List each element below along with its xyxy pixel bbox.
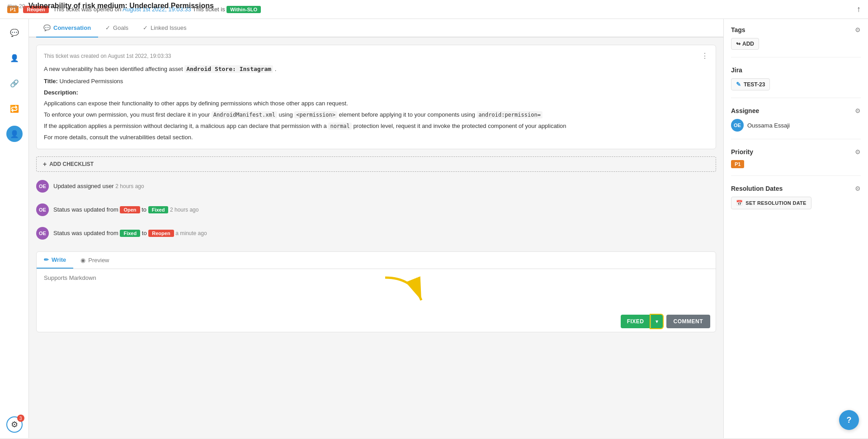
comment-tab-write[interactable]: ✏ Write (37, 252, 73, 269)
ticket-messages: This ticket was created on August 1st 20… (36, 45, 716, 431)
ticket-title: Vulnerability of risk medium: Undeclared… (28, 2, 214, 9)
activity-item-user: OE Updated assigned user 2 hours ago (36, 177, 716, 195)
resolution-dates-gear-icon[interactable]: ⚙ (855, 185, 861, 192)
tags-gear-icon[interactable]: ⚙ (855, 26, 861, 33)
status-to-fixed: Fixed (148, 206, 169, 213)
message-header: This ticket was created on August 1st 20… (44, 52, 708, 60)
jira-title: Jira (731, 66, 742, 74)
comment-tabs: ✏ Write ◉ Preview (37, 252, 716, 269)
message-body: A new vulnerability has been identified … (44, 65, 708, 142)
sidebar-icon-avatar-comment[interactable]: 👤 (6, 126, 23, 142)
fixed-button[interactable]: FIXED (621, 315, 651, 328)
priority-section: Priority ⚙ P1 (731, 148, 861, 176)
priority-gear-icon[interactable]: ⚙ (855, 148, 861, 156)
priority-header: Priority ⚙ (731, 148, 861, 156)
ticket-id: #ixa-20 Vulnerability of risk medium: Un… (7, 2, 214, 10)
activity-avatar-3: OE (36, 227, 49, 240)
top-header: P1 Reopen This ticket was opened on Augu… (0, 0, 868, 19)
main-layout: 💬 👤 🔗 🔁 👤 ⚙ 3 💬 Conversation ✓ Goals ✓ L… (0, 19, 868, 438)
resolution-dates-title: Resolution Dates (731, 185, 783, 192)
assignee-section: Assignee ⚙ OE Oussama Essaji (731, 107, 861, 139)
chat-icon: 💬 (43, 24, 51, 31)
badge-within-slo: Within-SLO (226, 6, 261, 13)
assignee-name: Oussama Essaji (747, 122, 790, 129)
help-button[interactable]: ? (839, 410, 859, 430)
jira-section: Jira ✎ TEST-23 (731, 66, 861, 98)
assignee-header: Assignee ⚙ (731, 107, 861, 114)
resolution-dates-header: Resolution Dates ⚙ (731, 185, 861, 192)
assignee-row: OE Oussama Essaji (731, 119, 861, 132)
jira-header: Jira (731, 66, 861, 74)
tags-header: Tags ⚙ (731, 26, 861, 33)
activity-text-1: Updated assigned user 2 hours ago (53, 183, 144, 189)
right-sidebar: Tags ⚙ ↬ ADD Jira ✎ TEST-23 Assignee ⚙ (723, 19, 868, 438)
tags-title: Tags (731, 26, 745, 33)
fixed-dropdown-button[interactable]: ▾ (651, 315, 663, 328)
sidebar-icon-settings[interactable]: ⚙ 3 (6, 416, 23, 433)
priority-title: Priority (731, 148, 753, 156)
status-to-reopen: Reopen (148, 230, 174, 237)
check-icon-linked: ✓ (143, 24, 148, 31)
add-tag-button[interactable]: ↬ ADD (731, 38, 759, 50)
comment-submit-button[interactable]: COMMENT (666, 315, 711, 328)
conversation-content: This ticket was created on August 1st 20… (29, 38, 723, 438)
comment-tab-preview[interactable]: ◉ Preview (73, 252, 116, 269)
activity-avatar-2: OE (36, 203, 49, 216)
assignee-title: Assignee (731, 107, 759, 114)
activity-text-2: Status was updated from Open to Fixed 2 … (53, 206, 198, 213)
comment-textarea[interactable] (37, 269, 716, 310)
comment-area: ✏ Write ◉ Preview (36, 251, 716, 332)
add-checklist-button[interactable]: + ADD CHECKLIST (36, 156, 716, 172)
plus-icon: + (43, 160, 47, 168)
notification-count: 3 (17, 415, 24, 422)
sidebar-icon-repeat[interactable]: 🔁 (6, 100, 23, 117)
check-icon-goals: ✓ (105, 24, 110, 31)
left-sidebar: 💬 👤 🔗 🔁 👤 ⚙ 3 (0, 19, 29, 438)
resolution-dates-section: Resolution Dates ⚙ 📅 SET RESOLUTION DATE (731, 185, 861, 217)
tags-section: Tags ⚙ ↬ ADD (731, 26, 861, 57)
activity-item-status-2: OE Status was updated from Fixed to Reop… (36, 224, 716, 242)
activity-avatar-1: OE (36, 180, 49, 193)
set-resolution-date-button[interactable]: 📅 SET RESOLUTION DATE (731, 197, 811, 209)
activity-text-3: Status was updated from Fixed to Reopen … (53, 230, 207, 236)
tab-navigation: 💬 Conversation ✓ Goals ✓ Linked Issues (29, 19, 723, 38)
eye-icon: ◉ (80, 257, 85, 264)
up-arrow-button[interactable]: ↑ (857, 5, 861, 14)
sidebar-icon-link[interactable]: 🔗 (6, 75, 23, 91)
content-area: 💬 Conversation ✓ Goals ✓ Linked Issues T… (29, 19, 723, 438)
tab-goals[interactable]: ✓ Goals (98, 19, 136, 38)
jira-link-button[interactable]: ✎ TEST-23 (731, 78, 770, 90)
status-from-fixed: Fixed (120, 230, 140, 237)
priority-badge: P1 (731, 160, 744, 168)
calendar-icon: 📅 (736, 200, 743, 206)
sidebar-icon-chat[interactable]: 💬 (6, 24, 23, 41)
tab-linked-issues[interactable]: ✓ Linked Issues (136, 19, 194, 38)
add-tag-icon: ↬ (736, 41, 741, 47)
sidebar-icon-user[interactable]: 👤 (6, 50, 23, 66)
tab-conversation[interactable]: 💬 Conversation (36, 19, 98, 38)
message-more-button[interactable]: ⋮ (701, 52, 708, 60)
fixed-btn-group: FIXED ▾ (621, 315, 663, 328)
assignee-avatar: OE (731, 119, 744, 132)
assignee-gear-icon[interactable]: ⚙ (855, 107, 861, 114)
activity-item-status-1: OE Status was updated from Open to Fixed… (36, 201, 716, 219)
comment-actions: FIXED ▾ COMMENT (37, 311, 716, 332)
message-card: This ticket was created on August 1st 20… (36, 45, 716, 149)
status-from-open: Open (120, 206, 140, 213)
message-card-header-text: This ticket was created on August 1st 20… (44, 53, 171, 59)
jira-edit-icon: ✎ (736, 81, 741, 88)
pencil-icon: ✏ (44, 256, 49, 263)
